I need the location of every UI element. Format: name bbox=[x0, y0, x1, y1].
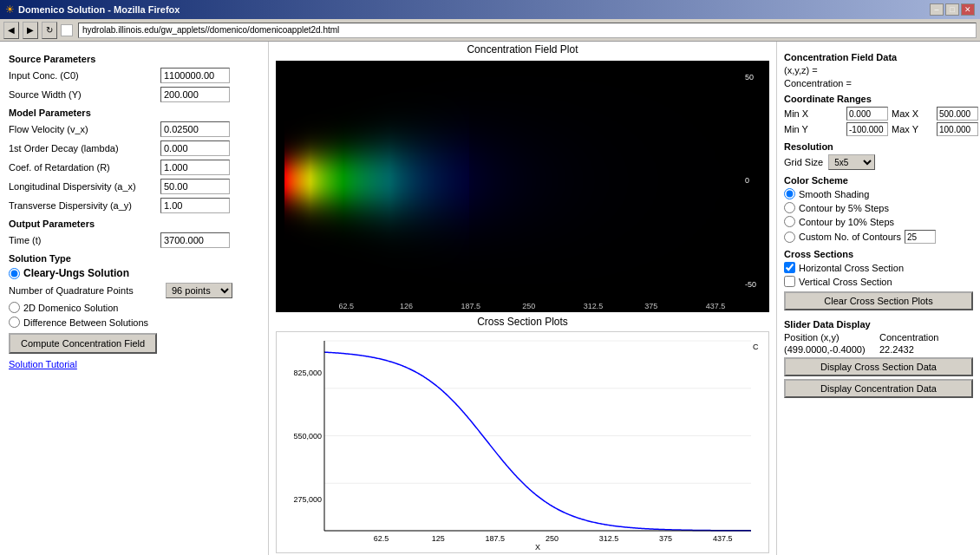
trans-disp-label: Transverse Dispersivity (a_y) bbox=[9, 200, 160, 211]
slider-title: Slider Data Display bbox=[784, 319, 973, 330]
contour-5-row: Contour by 5% Steps bbox=[784, 202, 973, 213]
browser-toolbar: ◀ ▶ ↻ hydrolab.illinois.edu/gw_applets//… bbox=[0, 19, 980, 42]
display-cross-button[interactable]: Display Cross Section Data bbox=[784, 357, 973, 376]
decay-field[interactable] bbox=[160, 140, 230, 156]
maximize-button[interactable]: □ bbox=[945, 3, 959, 16]
model-params-title: Model Parameters bbox=[9, 108, 259, 118]
quadrature-row: Number of Quadrature Points 96 points 48… bbox=[9, 283, 259, 298]
resolution-title: Resolution bbox=[784, 141, 973, 152]
address-bar[interactable]: hydrolab.illinois.edu/gw_applets//domeni… bbox=[78, 23, 977, 38]
time-row: Time (t) bbox=[9, 232, 259, 248]
window-controls: – □ ✕ bbox=[930, 3, 975, 16]
page-icon bbox=[61, 24, 73, 36]
cleary-ungs-label: Cleary-Ungs Solution bbox=[23, 267, 129, 279]
grid-size-label: Grid Size bbox=[784, 157, 823, 167]
smooth-shading-radio[interactable] bbox=[784, 188, 795, 199]
long-disp-label: Longitudinal Dispersivity (a_x) bbox=[9, 181, 160, 192]
concentration-slider-value: 22.2432 bbox=[879, 344, 973, 355]
window-title: Domenico Solution - Mozilla Firefox bbox=[18, 4, 180, 15]
difference-label: Difference Between Solutions bbox=[23, 317, 148, 328]
long-disp-field[interactable] bbox=[160, 179, 230, 194]
xyz-label: (x,y,z) = bbox=[784, 65, 818, 75]
cross-section-canvas bbox=[277, 332, 768, 552]
quad-points-select[interactable]: 96 points 48 points 192 points bbox=[166, 283, 232, 298]
custom-contour-row: Custom No. of Contours bbox=[784, 230, 973, 244]
cross-section-title: Cross Section Plots bbox=[269, 314, 776, 330]
cleary-ungs-radio[interactable] bbox=[9, 268, 20, 279]
display-conc-button[interactable]: Display Concentration Data bbox=[784, 379, 973, 398]
cross-sections-title: Cross Sections bbox=[784, 249, 973, 259]
tutorial-link[interactable]: Solution Tutorial bbox=[9, 359, 259, 369]
position-value: (499.0000,-0.4000) bbox=[784, 344, 878, 355]
resolution-row: Grid Size 5x5 10x10 20x20 50x50 bbox=[784, 154, 973, 170]
reload-button[interactable]: ↻ bbox=[42, 22, 57, 39]
source-width-label: Source Width (Y) bbox=[9, 89, 160, 100]
min-x-input[interactable] bbox=[846, 107, 888, 121]
domenico-label: 2D Domenico Solution bbox=[23, 303, 118, 313]
trans-disp-field[interactable] bbox=[160, 198, 230, 213]
back-button[interactable]: ◀ bbox=[3, 22, 19, 39]
custom-contour-input[interactable] bbox=[905, 230, 936, 244]
vertical-cross-checkbox[interactable] bbox=[784, 276, 795, 287]
compute-button[interactable]: Compute Concentration Field bbox=[9, 333, 157, 354]
decay-label: 1st Order Decay (lambda) bbox=[9, 143, 160, 153]
concentration-col: Concentration bbox=[879, 332, 973, 343]
coord-grid: Min X Max X Min Y Max Y bbox=[784, 107, 973, 136]
custom-contour-radio[interactable] bbox=[784, 232, 795, 243]
clear-cross-button[interactable]: Clear Cross Section Plots bbox=[784, 291, 973, 310]
source-width-row: Source Width (Y) bbox=[9, 87, 259, 102]
titlebar: ☀ Domenico Solution - Mozilla Firefox – … bbox=[0, 0, 980, 19]
solution-type-title: Solution Type bbox=[9, 253, 259, 264]
grid-size-select[interactable]: 5x5 10x10 20x20 50x50 bbox=[828, 154, 875, 170]
url-text: hydrolab.illinois.edu/gw_applets//domeni… bbox=[82, 25, 339, 35]
contour-10-label: Contour by 10% Steps bbox=[799, 217, 894, 227]
contour-5-label: Contour by 5% Steps bbox=[799, 203, 889, 213]
flow-velocity-field[interactable] bbox=[160, 121, 230, 137]
smooth-shading-row: Smooth Shading bbox=[784, 188, 973, 199]
vertical-cross-row: Vertical Cross Section bbox=[784, 276, 973, 287]
contour-10-row: Contour by 10% Steps bbox=[784, 216, 973, 227]
color-scheme-title: Color Scheme bbox=[784, 175, 973, 186]
horizontal-cross-label: Horizontal Cross Section bbox=[799, 263, 904, 273]
min-x-label: Min X bbox=[784, 108, 845, 119]
source-width-field[interactable] bbox=[160, 87, 230, 102]
horizontal-cross-checkbox[interactable] bbox=[784, 262, 795, 273]
smooth-shading-label: Smooth Shading bbox=[799, 189, 869, 199]
domenico-row: 2D Domenico Solution bbox=[9, 302, 259, 313]
conc-field-plot[interactable] bbox=[276, 61, 769, 312]
contour-10-radio[interactable] bbox=[784, 216, 795, 227]
quad-points-label: Number of Quadrature Points bbox=[9, 285, 160, 296]
conc-field-title: Concentration Field Plot bbox=[269, 42, 776, 57]
retardation-field[interactable] bbox=[160, 160, 230, 175]
contour-5-radio[interactable] bbox=[784, 202, 795, 213]
time-field[interactable] bbox=[160, 232, 230, 248]
max-x-label: Max X bbox=[892, 108, 935, 119]
domenico-radio[interactable] bbox=[9, 302, 20, 313]
decay-row: 1st Order Decay (lambda) bbox=[9, 140, 259, 156]
retardation-row: Coef. of Retardation (R) bbox=[9, 160, 259, 175]
input-conc-row: Input Conc. (C0) bbox=[9, 68, 259, 83]
time-label: Time (t) bbox=[9, 235, 160, 245]
forward-button[interactable]: ▶ bbox=[23, 22, 38, 39]
concentration-row: Concentration = bbox=[784, 78, 973, 88]
xyz-row: (x,y,z) = bbox=[784, 65, 973, 75]
retardation-label: Coef. of Retardation (R) bbox=[9, 162, 160, 173]
vertical-cross-label: Vertical Cross Section bbox=[799, 277, 892, 287]
close-button[interactable]: ✕ bbox=[961, 3, 975, 16]
main-container: Source Parameters Input Conc. (C0) Sourc… bbox=[0, 42, 980, 555]
min-y-label: Min Y bbox=[784, 124, 845, 134]
minimize-button[interactable]: – bbox=[930, 3, 944, 16]
max-y-input[interactable] bbox=[937, 122, 978, 136]
concentration-label: Concentration = bbox=[784, 78, 852, 88]
max-y-label: Max Y bbox=[892, 124, 935, 134]
input-conc-field[interactable] bbox=[160, 68, 230, 83]
long-disp-row: Longitudinal Dispersivity (a_x) bbox=[9, 179, 259, 194]
difference-radio[interactable] bbox=[9, 317, 20, 328]
min-y-input[interactable] bbox=[846, 122, 888, 136]
flow-velocity-row: Flow Velocity (v_x) bbox=[9, 121, 259, 137]
position-label: Position (x,y) bbox=[784, 332, 878, 343]
max-x-input[interactable] bbox=[937, 107, 978, 121]
cross-section-plot[interactable] bbox=[276, 331, 769, 553]
right-panel: Concentration Field Data (x,y,z) = Conce… bbox=[776, 42, 980, 555]
firefox-icon: ☀ bbox=[5, 3, 15, 16]
